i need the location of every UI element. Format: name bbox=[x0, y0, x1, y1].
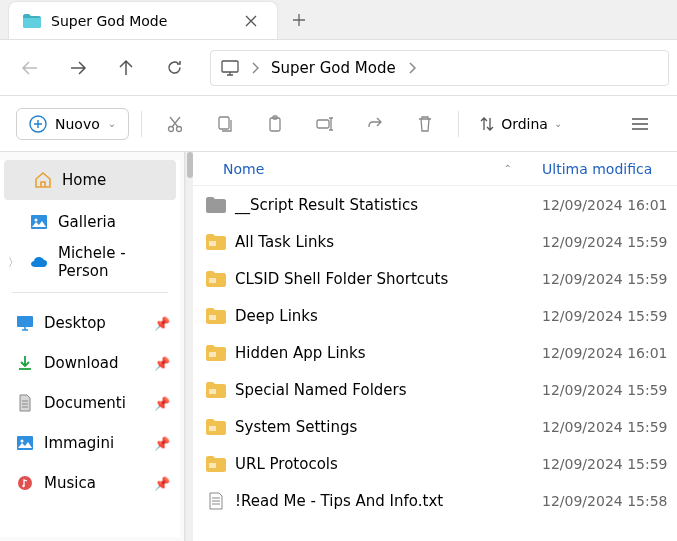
share-button[interactable] bbox=[354, 106, 396, 142]
sidebar-item-musica[interactable]: Musica📌 bbox=[0, 463, 180, 503]
sort-icon bbox=[479, 116, 495, 132]
sidebar-scrollbar[interactable] bbox=[185, 152, 193, 541]
separator bbox=[12, 292, 168, 293]
tab-close-button[interactable] bbox=[239, 13, 263, 29]
svg-point-14 bbox=[22, 485, 24, 487]
gallery-icon bbox=[30, 213, 48, 231]
file-row[interactable]: __Script Result Statistics12/09/2024 16:… bbox=[193, 186, 677, 223]
svg-rect-7 bbox=[317, 120, 329, 128]
refresh-button[interactable] bbox=[152, 48, 196, 88]
file-name: All Task Links bbox=[235, 233, 542, 251]
file-row[interactable]: CLSID Shell Folder Shortcuts12/09/2024 1… bbox=[193, 260, 677, 297]
sidebar: HomeGalleria〉Michele - Person Desktop📌Do… bbox=[0, 152, 185, 541]
sidebar-item-label: Home bbox=[62, 171, 106, 189]
documents-icon bbox=[16, 394, 34, 412]
file-name: !Read Me - Tips And Info.txt bbox=[235, 492, 542, 510]
forward-button[interactable] bbox=[56, 48, 100, 88]
rename-button[interactable] bbox=[304, 106, 346, 142]
svg-rect-21 bbox=[209, 463, 216, 468]
pin-icon[interactable]: 📌 bbox=[154, 476, 170, 491]
svg-rect-10 bbox=[17, 316, 33, 327]
delete-button[interactable] bbox=[404, 106, 446, 142]
view-menu-button[interactable] bbox=[619, 106, 661, 142]
svg-rect-19 bbox=[209, 389, 216, 394]
chevron-right-icon[interactable]: 〉 bbox=[8, 255, 19, 270]
sidebar-item-download[interactable]: Download📌 bbox=[0, 343, 180, 383]
sidebar-item-label: Documenti bbox=[44, 394, 126, 412]
file-date: 12/09/2024 15:59 bbox=[542, 419, 677, 435]
address-bar[interactable]: Super God Mode bbox=[210, 50, 669, 86]
file-date: 12/09/2024 15:59 bbox=[542, 308, 677, 324]
sidebar-item-desktop[interactable]: Desktop📌 bbox=[0, 303, 180, 343]
folder-icon bbox=[23, 14, 41, 28]
file-row[interactable]: System Settings12/09/2024 15:59 bbox=[193, 408, 677, 445]
new-tab-button[interactable] bbox=[278, 1, 320, 39]
svg-rect-4 bbox=[219, 117, 229, 129]
sidebar-item-label: Download bbox=[44, 354, 119, 372]
column-header-modified[interactable]: Ultima modifica bbox=[542, 161, 677, 177]
sort-label: Ordina bbox=[501, 116, 548, 132]
file-name: Hidden App Links bbox=[235, 344, 542, 362]
sidebar-item-immagini[interactable]: Immagini📌 bbox=[0, 423, 180, 463]
sidebar-item-label: Michele - Person bbox=[58, 244, 170, 280]
svg-rect-17 bbox=[209, 315, 216, 320]
sort-button[interactable]: Ordina ⌄ bbox=[471, 110, 570, 138]
file-date: 12/09/2024 16:01 bbox=[542, 197, 677, 213]
svg-rect-0 bbox=[222, 61, 238, 72]
pin-icon[interactable]: 📌 bbox=[154, 436, 170, 451]
music-icon bbox=[16, 474, 34, 492]
back-button[interactable] bbox=[8, 48, 52, 88]
new-button[interactable]: Nuovo ⌄ bbox=[16, 108, 129, 140]
sidebar-item-label: Desktop bbox=[44, 314, 106, 332]
breadcrumb-segment[interactable]: Super God Mode bbox=[271, 59, 396, 77]
sidebar-item-galleria[interactable]: Galleria bbox=[0, 202, 180, 242]
copy-button[interactable] bbox=[204, 106, 246, 142]
column-header-name[interactable]: Nome ⌃ bbox=[223, 161, 542, 177]
folder-shell-icon bbox=[205, 270, 227, 288]
svg-rect-18 bbox=[209, 352, 216, 357]
chevron-right-icon[interactable] bbox=[408, 62, 416, 74]
home-icon bbox=[34, 171, 52, 189]
desktop-icon bbox=[16, 314, 34, 332]
file-row[interactable]: Special Named Folders12/09/2024 15:59 bbox=[193, 371, 677, 408]
file-row[interactable]: URL Protocols12/09/2024 15:59 bbox=[193, 445, 677, 482]
file-list-pane: Nome ⌃ Ultima modifica __Script Result S… bbox=[193, 152, 677, 541]
pictures-icon bbox=[16, 434, 34, 452]
sidebar-item-home[interactable]: Home bbox=[4, 160, 176, 200]
pin-icon[interactable]: 📌 bbox=[154, 316, 170, 331]
folder-tasks-icon bbox=[205, 233, 227, 251]
column-name-label: Nome bbox=[223, 161, 264, 177]
file-name: System Settings bbox=[235, 418, 542, 436]
file-name: URL Protocols bbox=[235, 455, 542, 473]
chevron-down-icon: ⌄ bbox=[108, 118, 116, 129]
pin-icon[interactable]: 📌 bbox=[154, 356, 170, 371]
file-row[interactable]: All Task Links12/09/2024 15:59 bbox=[193, 223, 677, 260]
up-button[interactable] bbox=[104, 48, 148, 88]
file-row[interactable]: Deep Links12/09/2024 15:59 bbox=[193, 297, 677, 334]
file-name: Special Named Folders bbox=[235, 381, 542, 399]
column-headers: Nome ⌃ Ultima modifica bbox=[193, 152, 677, 186]
file-date: 12/09/2024 15:59 bbox=[542, 234, 677, 250]
sidebar-item-documenti[interactable]: Documenti📌 bbox=[0, 383, 180, 423]
folder-deep-icon bbox=[205, 307, 227, 325]
cut-button[interactable] bbox=[154, 106, 196, 142]
tab-title: Super God Mode bbox=[51, 13, 229, 29]
file-row[interactable]: Hidden App Links12/09/2024 16:01 bbox=[193, 334, 677, 371]
folder-gear-icon bbox=[205, 418, 227, 436]
monitor-icon bbox=[221, 60, 239, 76]
tab-active[interactable]: Super God Mode bbox=[8, 1, 278, 39]
file-row[interactable]: !Read Me - Tips And Info.txt12/09/2024 1… bbox=[193, 482, 677, 519]
chevron-down-icon: ⌄ bbox=[554, 118, 562, 129]
plus-circle-icon bbox=[29, 115, 47, 133]
sidebar-item-michele[interactable]: 〉Michele - Person bbox=[0, 242, 180, 282]
pin-icon[interactable]: 📌 bbox=[154, 396, 170, 411]
toolbar: Nuovo ⌄ Ordina ⌄ bbox=[0, 96, 677, 152]
navigation-bar: Super God Mode bbox=[0, 40, 677, 96]
file-date: 12/09/2024 15:59 bbox=[542, 456, 677, 472]
svg-rect-15 bbox=[209, 241, 216, 246]
file-name: CLSID Shell Folder Shortcuts bbox=[235, 270, 542, 288]
paste-button[interactable] bbox=[254, 106, 296, 142]
svg-rect-16 bbox=[209, 278, 216, 283]
file-name: __Script Result Statistics bbox=[235, 196, 542, 214]
sort-indicator-icon: ⌃ bbox=[504, 163, 512, 174]
